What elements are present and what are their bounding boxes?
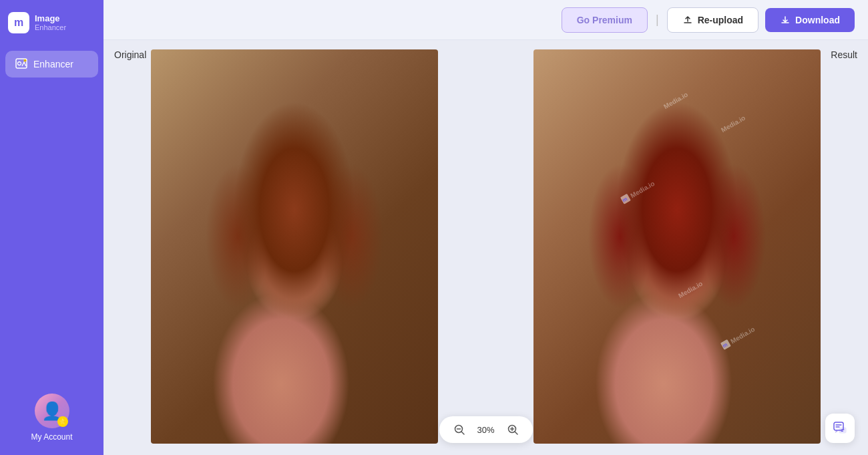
feedback-button[interactable] (825, 414, 855, 443)
enhancer-icon (15, 57, 28, 71)
account-label[interactable]: My Account (31, 432, 72, 442)
sidebar-item-enhancer[interactable]: Enhancer (5, 51, 98, 78)
original-panel: Original (103, 40, 486, 455)
svg-rect-10 (839, 428, 846, 433)
svg-text:m: m (621, 196, 628, 203)
logo-icon: m (8, 12, 29, 33)
download-button[interactable]: Download (765, 8, 855, 32)
download-icon (780, 15, 791, 25)
watermark-4: Media.io (720, 114, 746, 134)
watermark-2: m Media.io (620, 179, 656, 204)
sidebar: m Image Enhancer Enhancer 👤 ⭐ (0, 0, 103, 455)
svg-point-1 (18, 62, 21, 65)
watermark-1: Media.io (662, 91, 689, 111)
original-image (151, 49, 438, 444)
result-label: Result (831, 49, 857, 60)
sidebar-nav: Enhancer (0, 45, 103, 83)
svg-rect-3 (620, 193, 630, 204)
reupload-button[interactable]: Re-upload (667, 7, 758, 33)
watermark-5: m Media.io (720, 325, 756, 350)
svg-rect-5 (720, 339, 731, 349)
watermark-3: Media.io (677, 280, 704, 300)
feedback-icon (833, 421, 847, 436)
zoom-out-icon (453, 424, 465, 436)
result-image: Media.io m Media.io Media.io Media.io m … (533, 49, 821, 444)
zoom-in-button[interactable] (505, 422, 521, 438)
account-section: 👤 ⭐ My Account (31, 394, 72, 442)
image-area: Original Result Media.io m Media.io Medi… (103, 40, 868, 455)
main-content: Go Premium | Re-upload Download Original (103, 0, 868, 455)
logo-text: Image Enhancer (35, 13, 66, 33)
original-label: Original (114, 49, 146, 60)
divider: | (656, 13, 659, 27)
go-premium-button[interactable]: Go Premium (562, 7, 648, 33)
premium-badge: ⭐ (57, 416, 68, 427)
avatar[interactable]: 👤 ⭐ (35, 394, 69, 428)
reupload-icon (682, 15, 693, 25)
sidebar-item-enhancer-label: Enhancer (33, 59, 73, 69)
app-logo: m Image Enhancer (0, 0, 103, 45)
zoom-bar: 30% (439, 416, 533, 443)
zoom-in-icon (507, 424, 519, 436)
zoom-value: 30% (475, 425, 497, 435)
topbar: Go Premium | Re-upload Download (103, 0, 868, 40)
svg-text:m: m (722, 341, 729, 349)
result-panel: Result Media.io m Media.io Media.io Medi… (486, 40, 869, 455)
zoom-out-button[interactable] (451, 422, 467, 438)
watermark-overlay: Media.io m Media.io Media.io Media.io m … (533, 49, 821, 444)
